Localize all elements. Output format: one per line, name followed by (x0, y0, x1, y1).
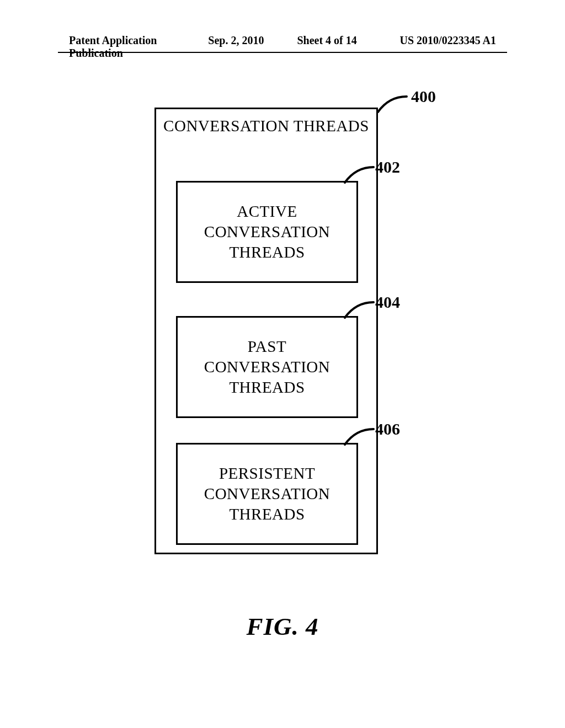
box-text: PAST CONVERSATION THREADS (204, 336, 330, 398)
ref-400: 400 (411, 87, 436, 106)
ref-404: 404 (375, 293, 400, 312)
box-line: THREADS (229, 243, 305, 261)
sheet-number: Sheet 4 of 14 (280, 34, 373, 47)
active-conversation-threads-box: ACTIVE CONVERSATION THREADS (176, 181, 358, 283)
publication-number: US 2010/0223345 A1 (374, 34, 496, 47)
box-line: THREADS (229, 505, 305, 523)
box-text: PERSISTENT CONVERSATION THREADS (204, 463, 330, 524)
box-line: CONVERSATION (204, 223, 330, 240)
leader-402 (339, 164, 378, 189)
leader-406 (339, 426, 378, 451)
figure-caption: FIG. 4 (58, 612, 507, 641)
box-line: PAST (248, 338, 286, 355)
past-conversation-threads-box: PAST CONVERSATION THREADS (176, 316, 358, 418)
ref-402: 402 (375, 158, 400, 176)
box-line: PERSISTENT (219, 464, 315, 482)
patent-page: Patent Application Publication Sep. 2, 2… (0, 0, 565, 728)
publication-date: Sep. 2, 2010 (191, 34, 280, 47)
box-line: THREADS (229, 378, 305, 396)
leader-400 (372, 94, 411, 119)
header-rule (58, 52, 507, 53)
ref-406: 406 (375, 420, 400, 438)
box-line: ACTIVE (237, 202, 297, 220)
box-line: CONVERSATION (204, 358, 330, 376)
box-line: CONVERSATION (204, 485, 330, 502)
leader-404 (339, 299, 378, 324)
conversation-threads-title: CONVERSATION THREADS (156, 109, 376, 140)
box-text: ACTIVE CONVERSATION THREADS (204, 201, 330, 263)
figure-stage: CONVERSATION THREADS ACTIVE CONVERSATION… (58, 55, 507, 651)
persistent-conversation-threads-box: PERSISTENT CONVERSATION THREADS (176, 443, 358, 545)
